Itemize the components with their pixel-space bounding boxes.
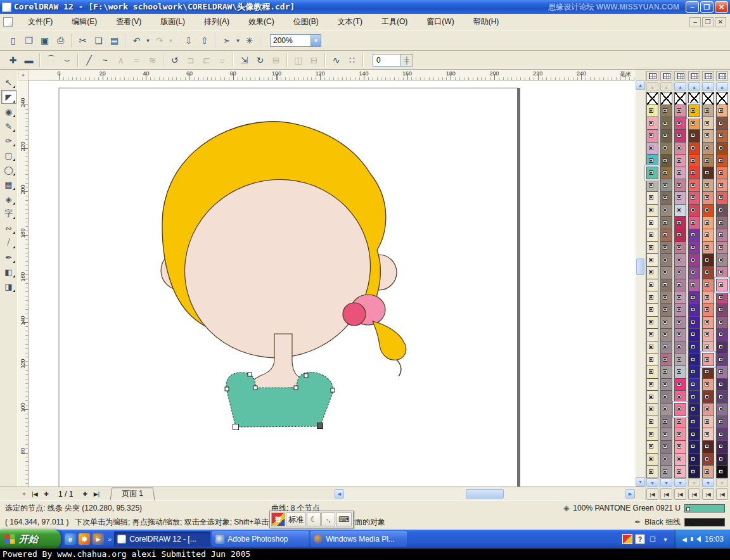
color-swatch[interactable] [702,129,714,143]
curve-node[interactable] [331,388,335,392]
color-swatch[interactable] [660,316,672,329]
color-swatch[interactable] [702,390,714,404]
color-swatch[interactable] [688,154,700,167]
elastic-mode-button[interactable]: ∿ [328,53,344,68]
palette-options-button[interactable] [674,71,686,81]
reverse-curve-button[interactable]: ↺ [167,53,182,68]
color-swatch[interactable] [688,191,700,205]
page-right-shadow[interactable] [517,88,520,487]
color-swatch[interactable] [646,303,658,317]
color-swatch[interactable] [646,167,658,180]
page-tab[interactable]: 页面 1 [110,487,155,500]
color-swatch[interactable] [716,341,728,354]
color-swatch[interactable] [646,154,658,167]
menu-window[interactable]: 窗口(W) [418,14,463,30]
color-swatch[interactable] [660,253,672,267]
color-swatch[interactable] [660,216,672,229]
color-swatch[interactable] [688,204,700,217]
color-swatch[interactable] [688,117,700,130]
color-swatch[interactable] [688,465,700,478]
color-swatch[interactable] [646,341,658,354]
tool-freehand[interactable]: ✎ [1,119,16,133]
color-swatch[interactable] [716,291,728,304]
palette-scroll-up-button[interactable]: ▲ [674,82,686,91]
color-swatch[interactable] [702,328,714,341]
color-swatch[interactable] [646,279,658,292]
tool-graph-paper[interactable]: ▦ [1,177,16,191]
color-swatch[interactable] [716,465,728,478]
color-swatch[interactable] [702,105,714,118]
palette-scroll-down-button[interactable]: ▼ [674,478,686,487]
curve-to-line-button[interactable]: ~ [97,53,113,68]
menu-layout[interactable]: 版面(L) [151,14,194,30]
color-swatch[interactable] [660,229,672,242]
color-swatch[interactable] [674,416,686,429]
color-swatch[interactable] [688,366,700,379]
palette-options-button[interactable] [716,71,728,81]
color-swatch[interactable] [674,279,686,292]
palette-scroll-start-button[interactable]: |◀ [716,488,728,500]
restore-button[interactable]: ❐ [700,1,714,13]
color-swatch[interactable] [646,117,658,130]
color-swatch[interactable] [646,316,658,329]
vertical-scrollbar[interactable]: ▲ ▼ [635,80,644,487]
color-swatch[interactable] [674,216,686,229]
curve-smoothness-value[interactable]: 0 [373,54,400,67]
color-swatch[interactable] [660,465,672,478]
color-swatch[interactable] [716,440,728,454]
color-swatch[interactable] [660,204,672,217]
palette-scroll-down-button[interactable]: ▼ [702,478,714,487]
color-swatch[interactable] [646,129,658,143]
color-swatch[interactable] [660,191,672,205]
color-swatch[interactable] [716,253,728,267]
color-swatch[interactable] [674,316,686,329]
color-swatch[interactable] [674,142,686,155]
palette-options-button[interactable] [688,71,700,81]
color-swatch[interactable] [674,328,686,341]
color-swatch[interactable] [660,279,672,292]
ime-mode-button[interactable]: 标准 [286,512,306,526]
menu-text[interactable]: 文本(T) [329,14,371,30]
scroll-up-button[interactable]: ▲ [636,80,645,90]
ime-logo-icon[interactable]: 智 [271,512,285,526]
color-swatch[interactable] [688,316,700,329]
color-swatch[interactable] [646,353,658,366]
color-swatch[interactable] [702,154,714,167]
paste-button[interactable]: ▤ [106,33,122,48]
color-swatch[interactable] [702,341,714,354]
color-swatch[interactable] [716,154,728,167]
color-swatch[interactable] [702,142,714,155]
volume-icon[interactable] [693,536,701,542]
color-swatch[interactable] [674,353,686,366]
color-swatch[interactable] [646,204,658,217]
color-swatch[interactable] [688,129,700,143]
palette-scroll-start-button[interactable]: |◀ [660,488,672,500]
tool-smart-drawing[interactable]: ✑ [1,134,16,148]
color-swatch[interactable] [688,279,700,292]
color-swatch[interactable] [702,241,714,255]
menu-bitmaps[interactable]: 位图(B) [285,14,328,30]
color-swatch[interactable] [702,179,714,192]
palette-scroll-start-button[interactable]: |◀ [646,488,658,500]
palette-scroll-up-button[interactable]: ▲ [716,82,728,91]
taskbar-task-wmp[interactable]: Windows Media Pl... [311,531,407,547]
no-color-swatch[interactable] [674,92,686,105]
color-swatch[interactable] [660,291,672,304]
color-swatch[interactable] [660,390,672,404]
media-player-icon[interactable]: ▶ [93,533,104,545]
curve-node[interactable] [253,386,257,390]
color-swatch[interactable] [674,129,686,143]
color-swatch[interactable] [702,216,714,229]
color-swatch[interactable] [660,403,672,416]
scroll-down-button[interactable]: ▼ [636,477,645,487]
color-swatch[interactable] [646,142,658,155]
doc-minimize-button[interactable]: – [689,17,701,27]
color-swatch[interactable] [688,253,700,267]
color-swatch[interactable] [688,453,700,466]
doc-close-button[interactable]: ✕ [715,17,726,27]
color-swatch[interactable] [660,453,672,466]
color-swatch[interactable] [702,253,714,267]
ruler-origin-button[interactable]: ⌖ [18,70,29,80]
tool-outline-pen[interactable]: ✒ [1,250,16,264]
color-swatch[interactable] [688,378,700,391]
